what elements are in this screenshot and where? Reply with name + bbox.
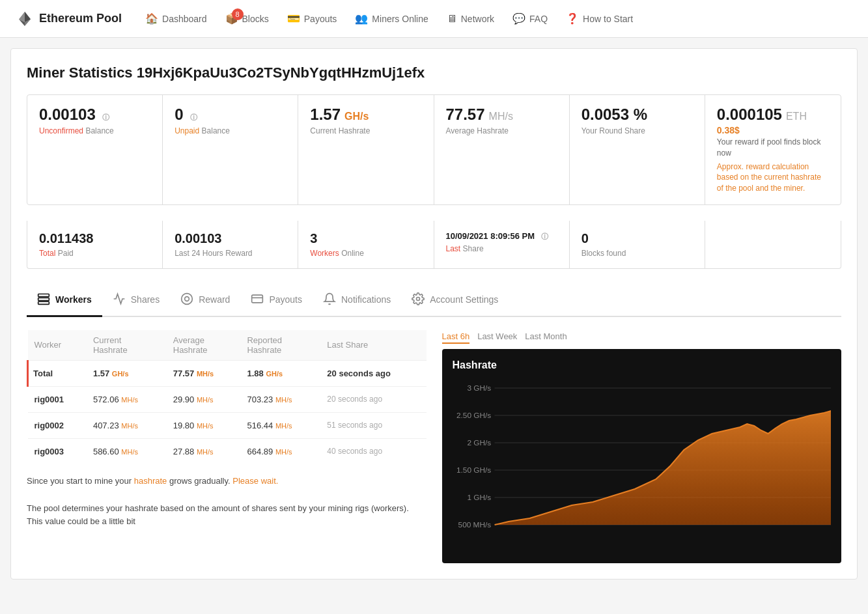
ethereum-logo-icon bbox=[16, 10, 34, 28]
notifications-tab-icon bbox=[323, 292, 336, 307]
current-hashrate-value: 1.57 bbox=[310, 105, 341, 124]
last-share-info-icon[interactable]: ⓘ bbox=[541, 232, 548, 242]
current-hashrate-label: Current Hashrate bbox=[310, 126, 421, 135]
rig0001-reported: 703.23 MH/s bbox=[240, 386, 320, 412]
svg-text:2 GH/s: 2 GH/s bbox=[467, 439, 491, 447]
reward-desc: Approx. reward calculation based on the … bbox=[717, 161, 829, 194]
tab-account-settings[interactable]: Account Settings bbox=[401, 285, 509, 317]
time-tab-6h[interactable]: Last 6h bbox=[442, 330, 470, 344]
main-nav: 🏠 Dashboard 📦 Blocks 8 💳 Payouts 👥 Miner… bbox=[137, 7, 852, 30]
unconfirmed-balance-info-icon[interactable]: ⓘ bbox=[102, 113, 109, 122]
last24h-label: Last 24 Hours Reward bbox=[175, 249, 252, 258]
nav-miners-label: Miners Online bbox=[372, 14, 428, 24]
page-title: Miner Statistics 19Hxj6KpaUu3Co2TSyNbYgq… bbox=[27, 64, 841, 81]
last-share-highlight: Last bbox=[446, 244, 461, 253]
svg-text:2.50 GH/s: 2.50 GH/s bbox=[456, 412, 491, 419]
tab-account-settings-label: Account Settings bbox=[430, 294, 498, 305]
unpaid-label-plain: Balance bbox=[202, 126, 230, 135]
total-lastshare: 20 seconds ago bbox=[320, 360, 426, 386]
svg-text:3 GH/s: 3 GH/s bbox=[467, 384, 491, 392]
header: Ethereum Pool 🏠 Dashboard 📦 Blocks 8 💳 P… bbox=[0, 0, 868, 38]
workers-highlight: Workers bbox=[310, 249, 339, 258]
tab-reward-label: Reward bbox=[199, 294, 230, 305]
rig0003-current: 586.60 MH/s bbox=[87, 438, 167, 464]
tab-payouts[interactable]: Payouts bbox=[240, 285, 313, 317]
faq-icon: 💬 bbox=[512, 12, 525, 25]
stat-reward: 0.000105 ETH 0.38$ Your reward if pool f… bbox=[705, 95, 841, 204]
svg-rect-6 bbox=[38, 301, 49, 304]
last24h-value: 0.00103 bbox=[175, 231, 221, 246]
time-tab-month[interactable]: Last Month bbox=[525, 330, 567, 344]
miners-icon: 👥 bbox=[355, 12, 368, 25]
account-settings-tab-icon bbox=[412, 292, 425, 307]
nav-faq-label: FAQ bbox=[529, 14, 548, 24]
please-wait-link[interactable]: Please wait. bbox=[232, 476, 278, 486]
stat-unpaid-balance: 0 ⓘ Unpaid Balance bbox=[163, 95, 298, 204]
tab-workers-label: Workers bbox=[55, 294, 92, 305]
nav-faq[interactable]: 💬 FAQ bbox=[505, 7, 555, 30]
rig0002-reported: 516.44 MH/s bbox=[240, 412, 320, 438]
notes-area: Since you start to mine your hashrate gr… bbox=[27, 475, 427, 529]
tab-workers[interactable]: Workers bbox=[27, 285, 102, 317]
nav-blocks-label: Blocks bbox=[242, 14, 269, 24]
svg-rect-9 bbox=[252, 295, 263, 303]
rig0002-lastshare: 51 seconds ago bbox=[320, 412, 426, 438]
col-worker: Worker bbox=[28, 330, 87, 361]
hashrate-link[interactable]: hashrate bbox=[134, 476, 167, 486]
last-share-plain: Share bbox=[463, 244, 484, 253]
hashrate-chart: Hashrate 3 GH/s 2.50 GH/s 2 GH/s 1.50 GH… bbox=[442, 349, 842, 563]
workers-panel: Worker CurrentHashrate AverageHashrate R… bbox=[27, 330, 427, 563]
tab-notifications[interactable]: Notifications bbox=[313, 285, 401, 317]
tab-shares[interactable]: Shares bbox=[102, 285, 170, 317]
nav-howto[interactable]: ❓ How to Start bbox=[558, 7, 641, 30]
stat-unconfirmed-balance: 0.00103 ⓘ Unconfirmed Balance bbox=[27, 95, 163, 204]
current-hashrate-unit: GH/s bbox=[344, 111, 369, 122]
unconfirmed-balance-value: 0.00103 bbox=[39, 105, 96, 124]
rig0001-lastshare: 20 seconds ago bbox=[320, 386, 426, 412]
nav-blocks[interactable]: 📦 Blocks 8 bbox=[217, 7, 277, 30]
total-paid-highlight: Total bbox=[39, 249, 55, 258]
workers-table: Worker CurrentHashrate AverageHashrate R… bbox=[27, 330, 427, 464]
unpaid-balance-value: 0 bbox=[175, 105, 183, 124]
average-hashrate-value: 77.57 bbox=[446, 105, 485, 124]
nav-howto-label: How to Start bbox=[583, 14, 633, 24]
table-row: rig0002 407.23 MH/s 19.80 MH/s 516.44 MH… bbox=[28, 412, 427, 438]
payouts-icon: 💳 bbox=[287, 12, 300, 25]
col-average-hashrate: AverageHashrate bbox=[167, 330, 241, 361]
table-row-total: Total 1.57 GH/s 77.57 MH/s 1.88 GH/s bbox=[28, 360, 427, 386]
tab-shares-label: Shares bbox=[131, 294, 160, 305]
stat-workers-online: 3 Workers Online bbox=[298, 221, 434, 268]
average-hashrate-unit: MH/s bbox=[489, 111, 513, 122]
tab-notifications-label: Notifications bbox=[341, 294, 391, 305]
dashboard-icon: 🏠 bbox=[145, 12, 158, 25]
svg-marker-3 bbox=[25, 12, 31, 22]
time-range-tabs: Last 6h Last Week Last Month bbox=[442, 330, 842, 344]
rig0002-current: 407.23 MH/s bbox=[87, 412, 167, 438]
stat-round-share: 0.0053 % Your Round Share bbox=[570, 95, 705, 204]
nav-network[interactable]: 🖥 Network bbox=[439, 8, 502, 30]
workers-plain: Online bbox=[341, 249, 364, 258]
hashrate-area bbox=[494, 411, 831, 525]
nav-payouts[interactable]: 💳 Payouts bbox=[279, 7, 345, 30]
stat-empty bbox=[705, 221, 841, 268]
tab-reward[interactable]: Reward bbox=[170, 285, 240, 317]
chart-title: Hashrate bbox=[453, 359, 832, 371]
svg-point-8 bbox=[185, 297, 189, 301]
shares-tab-icon bbox=[113, 292, 126, 307]
nav-miners[interactable]: 👥 Miners Online bbox=[347, 7, 436, 30]
tab-payouts-label: Payouts bbox=[269, 294, 302, 305]
average-hashrate-label: Average Hashrate bbox=[446, 126, 557, 135]
unpaid-balance-info-icon[interactable]: ⓘ bbox=[190, 113, 197, 122]
workers-tab-icon bbox=[37, 292, 50, 307]
svg-rect-4 bbox=[38, 294, 49, 296]
time-tab-week[interactable]: Last Week bbox=[477, 330, 517, 344]
col-current-hashrate: CurrentHashrate bbox=[87, 330, 167, 361]
nav-payouts-label: Payouts bbox=[304, 14, 337, 24]
howto-icon: ❓ bbox=[566, 12, 579, 25]
col-reported-hashrate: ReportedHashrate bbox=[240, 330, 320, 361]
unpaid-label-highlight: Unpaid bbox=[175, 126, 199, 135]
network-icon: 🖥 bbox=[447, 13, 457, 25]
nav-dashboard[interactable]: 🏠 Dashboard bbox=[137, 7, 215, 30]
reward-tab-icon bbox=[180, 292, 193, 307]
nav-network-label: Network bbox=[461, 14, 494, 24]
